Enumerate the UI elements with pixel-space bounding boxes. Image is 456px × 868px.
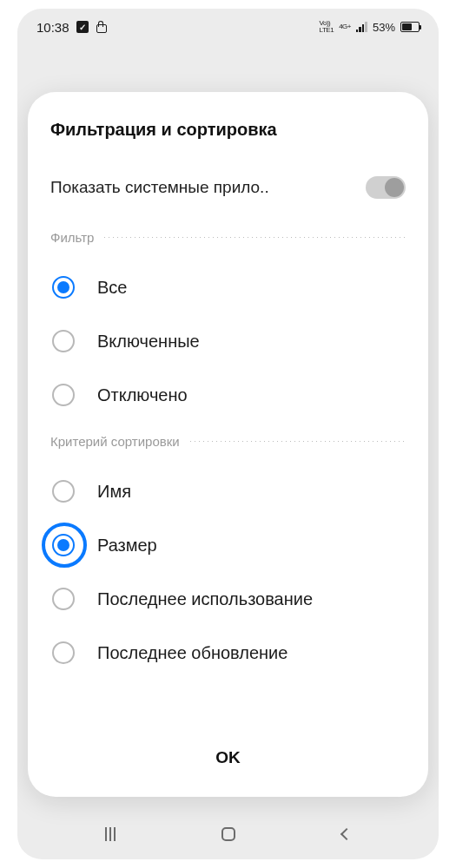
radio-icon	[52, 641, 75, 664]
sort-option-label: Последнее использование	[97, 589, 313, 609]
filter-options: Все Включенные Отключено	[50, 260, 406, 422]
radio-icon	[52, 276, 75, 299]
radio-icon	[52, 588, 75, 610]
ok-button[interactable]: OK	[181, 741, 275, 774]
filter-option-disabled[interactable]: Отключено	[50, 368, 406, 422]
filter-option-label: Включенные	[97, 332, 200, 352]
filter-option-enabled[interactable]: Включенные	[50, 314, 406, 368]
radio-icon	[52, 384, 75, 406]
sort-option-last-updated[interactable]: Последнее обновление	[50, 626, 406, 680]
filter-option-label: Отключено	[97, 385, 188, 405]
back-button[interactable]	[340, 828, 353, 840]
sort-option-last-used[interactable]: Последнее использование	[50, 572, 406, 626]
sort-option-name[interactable]: Имя	[50, 464, 406, 518]
lock-icon	[96, 21, 106, 33]
filter-section-header: Фильтр	[50, 230, 406, 245]
filter-option-all[interactable]: Все	[50, 260, 406, 314]
sort-options: Имя Размер Последнее использование После…	[50, 464, 406, 680]
network-label-2: 4G+	[339, 23, 351, 30]
home-button[interactable]	[221, 827, 235, 841]
divider-dots	[188, 441, 406, 442]
filter-section-label: Фильтр	[50, 230, 94, 245]
divider-dots	[102, 237, 406, 238]
radio-icon	[52, 534, 75, 556]
status-time: 10:38	[36, 20, 69, 35]
sort-option-size[interactable]: Размер	[50, 518, 406, 572]
radio-icon	[52, 480, 75, 503]
dialog-title: Фильтрация и сортировка	[50, 120, 406, 140]
navigation-bar	[17, 809, 439, 859]
show-system-apps-label: Показать системные прило..	[50, 178, 269, 197]
phone-screen: 10:38 Vo)) LTE1 4G+ 53% Фильтрация и сор…	[17, 9, 439, 859]
sort-option-label: Последнее обновление	[97, 643, 287, 663]
sort-section-header: Критерий сортировки	[50, 434, 406, 449]
checkbox-notification-icon	[76, 21, 89, 33]
battery-icon	[400, 22, 420, 32]
sort-section-label: Критерий сортировки	[50, 434, 180, 449]
show-system-apps-switch[interactable]	[366, 176, 406, 199]
signal-icon	[356, 22, 367, 32]
filter-option-label: Все	[97, 278, 127, 298]
background-header	[17, 45, 439, 89]
show-system-apps-row[interactable]: Показать системные прило..	[50, 176, 406, 199]
sort-option-label: Имя	[97, 482, 131, 502]
filter-sort-dialog: Фильтрация и сортировка Показать системн…	[28, 92, 428, 797]
dialog-footer: OK	[50, 722, 406, 797]
network-label-1: Vo)) LTE1	[320, 20, 334, 34]
radio-icon	[52, 330, 75, 352]
status-bar: 10:38 Vo)) LTE1 4G+ 53%	[17, 9, 439, 45]
battery-percent: 53%	[373, 21, 395, 34]
recents-button[interactable]	[105, 827, 116, 841]
sort-option-label: Размер	[97, 536, 157, 556]
